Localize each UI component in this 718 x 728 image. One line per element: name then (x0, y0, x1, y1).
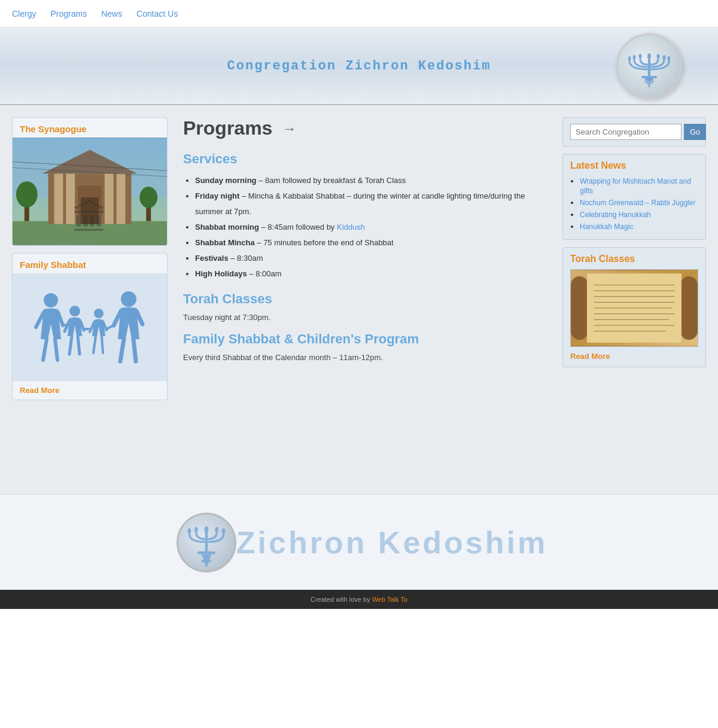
footer-text: Created with love by (311, 596, 372, 603)
svg-point-72 (221, 528, 225, 534)
svg-rect-18 (105, 170, 114, 224)
svg-point-69 (194, 526, 198, 532)
svg-point-73 (203, 555, 209, 561)
svg-point-24 (16, 181, 38, 208)
svg-line-42 (93, 336, 96, 353)
torah-classes-card: Torah Classes (562, 247, 706, 367)
header-banner: Congregation Zichron Kedoshim (0, 28, 718, 105)
footer-title: Zichron Kedoshim (236, 525, 547, 561)
news-link-3[interactable]: Celebrating Hanukkah (580, 211, 651, 219)
svg-point-3 (647, 53, 651, 59)
service-item-shabbat-morning: Shabbat morning – 8:45am followed by Kid… (195, 220, 547, 235)
svg-point-4 (639, 54, 642, 59)
main-nav: Clergy Programs News Contact Us (0, 0, 718, 28)
torah-card-heading: Torah Classes (570, 254, 698, 264)
svg-point-70 (187, 528, 191, 534)
svg-point-26 (139, 187, 157, 208)
service-item-shabbat-mincha: Shabbat Mincha – 75 minutes before the e… (195, 235, 547, 251)
nav-contact[interactable]: Contact Us (136, 7, 178, 21)
family-program-heading: Family Shabbat & Children's Program (183, 331, 547, 347)
synagogue-card: The Synagogue (12, 117, 168, 246)
main-wrapper: The Synagogue (0, 105, 718, 494)
svg-rect-14 (13, 221, 167, 245)
svg-point-34 (69, 306, 80, 316)
svg-line-51 (107, 325, 114, 329)
latest-news-card: Latest News Wrapping for Mishloach Manot… (562, 154, 706, 240)
news-link-1[interactable]: Wrapping for Mishloach Manot and gifts (580, 177, 691, 195)
page-heading: Programs → (183, 117, 547, 139)
news-item-2: Nochum Greenwald – Rabbi Juggler (580, 197, 698, 207)
latest-news-heading: Latest News (570, 160, 698, 171)
synagogue-image (13, 138, 167, 245)
footer-link[interactable]: Web Talk To (372, 596, 407, 603)
svg-point-6 (628, 56, 631, 61)
services-heading: Services (183, 151, 547, 167)
svg-rect-17 (66, 170, 75, 224)
service-item-high-holidays: High Holidays – 8:00am (195, 266, 547, 282)
torah-scroll-image (570, 269, 698, 347)
torah-read-more[interactable]: Read More (570, 352, 698, 361)
svg-point-71 (215, 526, 218, 532)
svg-rect-53 (571, 276, 588, 340)
footer-banner: Zichron Kedoshim (0, 494, 718, 590)
service-item-sunday: Sunday morning – 8am followed by breakfa… (195, 173, 547, 188)
page-arrow: → (282, 120, 296, 137)
left-sidebar: The Synagogue (12, 117, 168, 482)
news-list: Wrapping for Mishloach Manot and gifts N… (570, 176, 698, 231)
footer-logo (177, 513, 236, 572)
svg-point-29 (44, 293, 58, 307)
torah-classes-desc: Tuesday night at 7:30pm. (183, 313, 547, 322)
svg-line-37 (69, 336, 72, 354)
svg-line-48 (133, 339, 136, 361)
svg-rect-21 (78, 185, 102, 215)
family-shabbat-card: Family Shabbat (12, 253, 168, 400)
torah-classes-heading: Torah Classes (183, 291, 547, 307)
svg-point-68 (204, 526, 208, 532)
family-read-more[interactable]: Read More (13, 381, 167, 400)
family-program-desc: Every third Shabbat of the Calendar mont… (183, 353, 547, 362)
search-card: Go (562, 117, 706, 147)
kiddush-link[interactable]: Kiddush (337, 223, 365, 232)
news-item-3: Celebrating Hanukkah (580, 209, 698, 219)
site-title: Congregation Zichron Kedoshim (227, 59, 491, 74)
nav-news[interactable]: News (101, 7, 122, 21)
search-button[interactable]: Go (684, 124, 706, 140)
services-list: Sunday morning – 8am followed by breakfa… (183, 173, 547, 282)
svg-point-7 (657, 54, 660, 59)
svg-line-33 (55, 339, 57, 360)
svg-point-8 (663, 55, 666, 60)
family-shabbat-title: Family Shabbat (13, 254, 167, 273)
svg-rect-22 (81, 197, 99, 224)
news-item-1: Wrapping for Mishloach Manot and gifts (580, 176, 698, 195)
news-item-4: Hanukkah Magic (580, 221, 698, 231)
header-logo (616, 33, 682, 99)
svg-rect-16 (54, 170, 63, 224)
footer-bar: Created with love by Web Talk To (0, 590, 718, 609)
nav-programs[interactable]: Programs (50, 7, 87, 21)
svg-rect-54 (680, 276, 698, 340)
search-input[interactable] (570, 124, 682, 140)
svg-rect-67 (205, 532, 208, 552)
svg-rect-2 (648, 59, 650, 77)
service-item-friday: Friday night – Mincha & Kabbalat Shabbat… (195, 188, 547, 220)
family-image (13, 273, 167, 381)
svg-rect-19 (117, 170, 126, 224)
svg-line-38 (78, 336, 80, 354)
right-sidebar: Go Latest News Wrapping for Mishloach Ma… (562, 117, 706, 482)
svg-line-32 (43, 339, 47, 360)
nav-clergy[interactable]: Clergy (12, 7, 36, 21)
svg-point-39 (94, 309, 104, 318)
news-link-2[interactable]: Nochum Greenwald – Rabbi Juggler (580, 199, 695, 207)
svg-point-5 (633, 55, 636, 60)
svg-point-44 (121, 291, 136, 307)
service-item-festivals: Festivals – 8:30am (195, 251, 547, 266)
svg-line-43 (102, 336, 103, 353)
synagogue-card-title: The Synagogue (13, 118, 167, 138)
svg-line-49 (63, 324, 69, 325)
svg-line-47 (120, 339, 124, 361)
news-link-4[interactable]: Hanukkah Magic (580, 223, 633, 231)
search-row: Go (570, 124, 698, 140)
page-title: Programs (183, 117, 272, 139)
center-content: Programs → Services Sunday morning – 8am… (177, 117, 553, 482)
svg-point-9 (668, 56, 671, 61)
